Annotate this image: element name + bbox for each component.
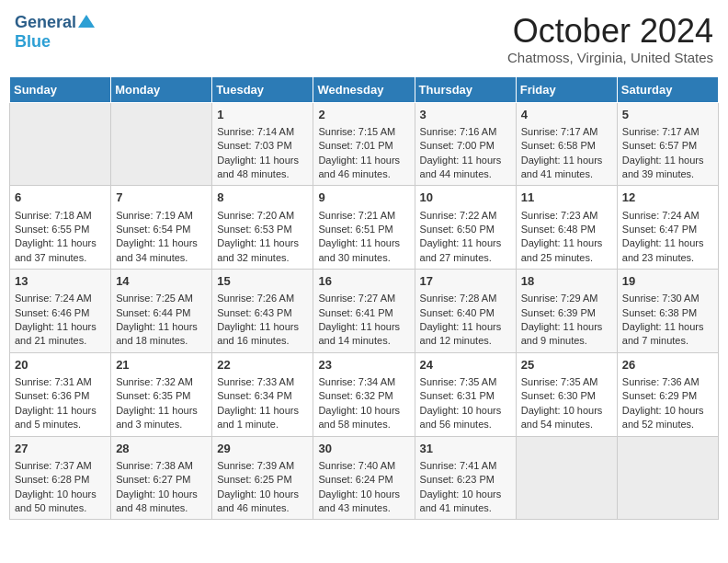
calendar-week-row: 6Sunrise: 7:18 AMSunset: 6:55 PMDaylight… — [10, 186, 719, 270]
weekday-header: Monday — [111, 76, 212, 102]
calendar-cell: 12Sunrise: 7:24 AMSunset: 6:47 PMDayligh… — [617, 186, 718, 270]
sunset-text: Sunset: 6:34 PM — [217, 390, 291, 401]
sunrise-text: Sunrise: 7:23 AM — [521, 210, 598, 221]
calendar-cell: 18Sunrise: 7:29 AMSunset: 6:39 PMDayligh… — [516, 270, 617, 353]
daylight-text: Daylight: 10 hours and 48 minutes. — [116, 488, 198, 513]
daylight-text: Daylight: 11 hours and 41 minutes. — [521, 155, 603, 179]
calendar-cell: 29Sunrise: 7:39 AMSunset: 6:25 PMDayligh… — [212, 436, 313, 520]
calendar-cell: 22Sunrise: 7:33 AMSunset: 6:34 PMDayligh… — [212, 352, 313, 436]
daylight-text: Daylight: 11 hours and 7 minutes. — [622, 321, 704, 346]
daylight-text: Daylight: 11 hours and 12 minutes. — [420, 321, 502, 346]
sunset-text: Sunset: 6:28 PM — [15, 474, 89, 485]
daylight-text: Daylight: 11 hours and 3 minutes. — [116, 405, 198, 430]
day-number: 11 — [521, 190, 612, 206]
sunset-text: Sunset: 6:27 PM — [116, 474, 190, 485]
calendar-cell: 31Sunrise: 7:41 AMSunset: 6:23 PMDayligh… — [415, 436, 516, 520]
sunrise-text: Sunrise: 7:25 AM — [116, 293, 193, 304]
day-number: 8 — [217, 190, 308, 206]
calendar-cell: 11Sunrise: 7:23 AMSunset: 6:48 PMDayligh… — [516, 186, 617, 270]
sunrise-text: Sunrise: 7:30 AM — [622, 293, 700, 304]
daylight-text: Daylight: 11 hours and 32 minutes. — [217, 237, 299, 262]
calendar-cell: 14Sunrise: 7:25 AMSunset: 6:44 PMDayligh… — [111, 270, 212, 353]
sunset-text: Sunset: 6:54 PM — [116, 224, 190, 235]
day-number: 21 — [116, 357, 207, 373]
day-number: 30 — [318, 441, 409, 457]
sunset-text: Sunset: 6:32 PM — [318, 390, 392, 401]
day-number: 13 — [15, 273, 106, 290]
daylight-text: Daylight: 11 hours and 23 minutes. — [622, 237, 704, 262]
sunset-text: Sunset: 7:00 PM — [420, 140, 495, 151]
sunrise-text: Sunrise: 7:40 AM — [318, 460, 395, 471]
sunset-text: Sunset: 6:23 PM — [420, 474, 495, 485]
day-number: 28 — [116, 441, 207, 457]
day-number: 17 — [420, 273, 511, 290]
sunrise-text: Sunrise: 7:28 AM — [420, 293, 497, 304]
calendar-cell — [10, 102, 111, 186]
weekday-header: Tuesday — [212, 76, 313, 102]
location-title: Chatmoss, Virginia, United States — [507, 50, 713, 65]
sunrise-text: Sunrise: 7:14 AM — [217, 126, 294, 137]
day-number: 7 — [116, 190, 207, 206]
svg-marker-0 — [78, 15, 95, 28]
sunset-text: Sunset: 6:41 PM — [318, 307, 392, 318]
sunrise-text: Sunrise: 7:35 AM — [521, 376, 598, 387]
sunrise-text: Sunrise: 7:36 AM — [622, 376, 700, 387]
sunset-text: Sunset: 6:53 PM — [217, 224, 291, 235]
day-number: 9 — [318, 190, 409, 206]
sunset-text: Sunset: 6:29 PM — [622, 390, 697, 401]
sunset-text: Sunset: 6:31 PM — [420, 390, 495, 401]
calendar-cell: 30Sunrise: 7:40 AMSunset: 6:24 PMDayligh… — [313, 436, 415, 520]
day-number: 5 — [622, 107, 713, 123]
sunset-text: Sunset: 6:50 PM — [420, 224, 495, 235]
sunrise-text: Sunrise: 7:26 AM — [217, 293, 294, 304]
sunrise-text: Sunrise: 7:31 AM — [15, 376, 92, 387]
daylight-text: Daylight: 11 hours and 37 minutes. — [15, 237, 97, 262]
daylight-text: Daylight: 10 hours and 46 minutes. — [217, 488, 299, 513]
sunset-text: Sunset: 6:58 PM — [521, 140, 596, 151]
daylight-text: Daylight: 11 hours and 14 minutes. — [318, 321, 400, 346]
calendar-cell: 4Sunrise: 7:17 AMSunset: 6:58 PMDaylight… — [516, 102, 617, 186]
daylight-text: Daylight: 11 hours and 30 minutes. — [318, 237, 400, 262]
day-number: 3 — [420, 107, 511, 123]
daylight-text: Daylight: 11 hours and 5 minutes. — [15, 405, 97, 430]
day-number: 22 — [217, 357, 308, 373]
sunset-text: Sunset: 6:44 PM — [116, 307, 190, 318]
calendar-cell: 23Sunrise: 7:34 AMSunset: 6:32 PMDayligh… — [313, 352, 415, 436]
calendar-table: SundayMondayTuesdayWednesdayThursdayFrid… — [9, 76, 719, 521]
day-number: 29 — [217, 441, 308, 457]
sunrise-text: Sunrise: 7:22 AM — [420, 210, 497, 221]
daylight-text: Daylight: 11 hours and 44 minutes. — [420, 155, 502, 179]
sunset-text: Sunset: 6:47 PM — [622, 224, 697, 235]
day-number: 31 — [420, 441, 511, 457]
calendar-cell: 17Sunrise: 7:28 AMSunset: 6:40 PMDayligh… — [415, 270, 516, 353]
sunset-text: Sunset: 7:01 PM — [318, 140, 392, 151]
page-header: General Blue October 2024 Chatmoss, Virg… — [9, 9, 719, 69]
calendar-cell: 7Sunrise: 7:19 AMSunset: 6:54 PMDaylight… — [111, 186, 212, 270]
calendar-week-row: 27Sunrise: 7:37 AMSunset: 6:28 PMDayligh… — [10, 436, 719, 520]
day-number: 14 — [116, 273, 207, 290]
calendar-cell — [111, 102, 212, 186]
daylight-text: Daylight: 10 hours and 52 minutes. — [622, 405, 704, 430]
calendar-cell: 5Sunrise: 7:17 AMSunset: 6:57 PMDaylight… — [617, 102, 718, 186]
title-block: October 2024 Chatmoss, Virginia, United … — [507, 13, 713, 65]
sunrise-text: Sunrise: 7:18 AM — [15, 210, 92, 221]
daylight-text: Daylight: 11 hours and 34 minutes. — [116, 237, 198, 262]
calendar-header-row: SundayMondayTuesdayWednesdayThursdayFrid… — [10, 76, 719, 102]
sunrise-text: Sunrise: 7:33 AM — [217, 376, 294, 387]
sunset-text: Sunset: 6:30 PM — [521, 390, 596, 401]
day-number: 24 — [420, 357, 511, 373]
sunset-text: Sunset: 6:35 PM — [116, 390, 190, 401]
day-number: 4 — [521, 107, 612, 123]
day-number: 27 — [15, 441, 106, 457]
daylight-text: Daylight: 10 hours and 54 minutes. — [521, 405, 603, 430]
sunrise-text: Sunrise: 7:21 AM — [318, 210, 395, 221]
day-number: 16 — [318, 273, 409, 290]
sunrise-text: Sunrise: 7:20 AM — [217, 210, 294, 221]
daylight-text: Daylight: 11 hours and 27 minutes. — [420, 237, 502, 262]
calendar-cell: 1Sunrise: 7:14 AMSunset: 7:03 PMDaylight… — [212, 102, 313, 186]
day-number: 2 — [318, 107, 409, 123]
calendar-cell: 27Sunrise: 7:37 AMSunset: 6:28 PMDayligh… — [10, 436, 111, 520]
daylight-text: Daylight: 11 hours and 25 minutes. — [521, 237, 603, 262]
calendar-cell: 9Sunrise: 7:21 AMSunset: 6:51 PMDaylight… — [313, 186, 415, 270]
day-number: 6 — [15, 190, 106, 206]
